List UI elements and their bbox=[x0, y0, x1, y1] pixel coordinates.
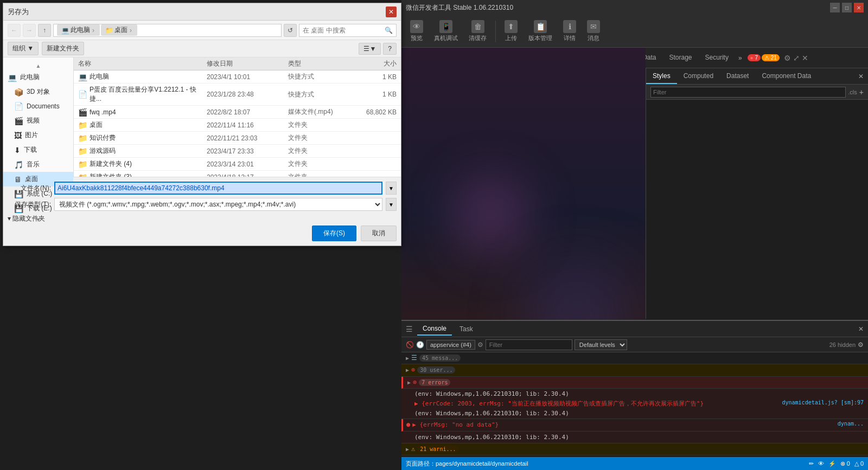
context-selector[interactable]: appservice (#4) bbox=[426, 340, 475, 350]
bolt-icon[interactable]: ⚡ bbox=[828, 460, 836, 467]
tab-component-data[interactable]: Component Data bbox=[755, 69, 818, 84]
sidebar-item-video[interactable]: 🎬 视频 bbox=[3, 113, 73, 128]
tab-dataset[interactable]: Dataset bbox=[720, 69, 755, 84]
error-source-link-2[interactable]: dynam... bbox=[838, 421, 864, 427]
minimize-button[interactable]: ─ bbox=[830, 3, 840, 12]
clear-cache-button[interactable]: 🗑 清缓存 bbox=[464, 18, 491, 44]
error-dot-icon: ● bbox=[406, 421, 410, 428]
file-list-row[interactable]: 📁 桌面 2022/11/4 11:16 文件夹 bbox=[74, 119, 401, 132]
breadcrumb-desktop[interactable]: 📁 桌面 › bbox=[101, 24, 137, 36]
console-menu-icon[interactable]: ☰ bbox=[406, 325, 413, 333]
file-size: 1 KB bbox=[353, 73, 397, 81]
col-header-name[interactable]: 名称 bbox=[78, 59, 207, 68]
styles-panel-close[interactable]: ✕ bbox=[854, 70, 868, 82]
console-row-messages[interactable]: ▶ ☰ 45 messa... bbox=[401, 352, 868, 364]
log-level-selector[interactable]: Default levels bbox=[575, 339, 627, 350]
save-button[interactable]: 保存(S) bbox=[312, 226, 356, 241]
new-folder-button[interactable]: 新建文件夹 bbox=[42, 42, 84, 55]
file-type: 快捷方式 bbox=[288, 72, 353, 81]
filter-input[interactable] bbox=[650, 87, 846, 98]
messages-button[interactable]: ✉ 消息 bbox=[583, 18, 604, 44]
console-clock-icon[interactable]: 🕐 bbox=[416, 341, 424, 349]
version-manage-button[interactable]: 📋 版本管理 bbox=[524, 18, 557, 44]
sidebar-item-downloads[interactable]: ⬇ 下载 bbox=[3, 143, 73, 157]
tab-styles[interactable]: Styles bbox=[646, 69, 677, 84]
context-settings-icon[interactable]: ⚙ bbox=[477, 341, 483, 349]
col-header-type[interactable]: 类型 bbox=[288, 59, 353, 68]
edit-icon[interactable]: ✏ bbox=[809, 460, 814, 467]
file-list-row[interactable]: 🎬 fwq .mp4 2022/8/2 18:07 媒体文件(.mp4) 68,… bbox=[74, 106, 401, 119]
nav-forward-button[interactable]: → bbox=[23, 24, 36, 37]
preview-button[interactable]: 👁 预览 bbox=[406, 18, 427, 44]
col-header-size[interactable]: 大小 bbox=[353, 59, 397, 68]
expand-icon-4[interactable]: ▶ bbox=[406, 445, 409, 452]
sidebar-item-pictures[interactable]: 🖼 图片 bbox=[3, 128, 73, 143]
expand-icon[interactable]: ▶ bbox=[406, 354, 409, 361]
console-clear-icon[interactable]: 🚫 bbox=[406, 341, 414, 349]
file-list-row[interactable]: 📁 新建文件夹 (3) 2023/4/18 13:17 文件夹 bbox=[74, 171, 401, 177]
bg-blur-circle-1 bbox=[450, 175, 532, 256]
add-style-icon[interactable]: + bbox=[859, 88, 864, 96]
view-mode-button[interactable]: ☰▼ bbox=[359, 43, 381, 55]
search-input[interactable] bbox=[303, 27, 385, 34]
tab-security[interactable]: Security bbox=[699, 49, 735, 67]
organize-button[interactable]: 组织 ▼ bbox=[8, 42, 39, 55]
refresh-button[interactable]: ↺ bbox=[284, 24, 297, 37]
dialog-nav-bar: ← → ↑ 💻 此电脑 › 📁 桌面 › ↺ 🔍 bbox=[3, 21, 401, 40]
sidebar-item-music[interactable]: 🎵 音乐 bbox=[3, 157, 73, 172]
details-button[interactable]: ℹ 详情 bbox=[559, 18, 580, 44]
console-row-7errors[interactable]: ▶ ⊗ 7 errors bbox=[401, 377, 868, 389]
device-debug-button[interactable]: 📱 真机调试 bbox=[430, 18, 462, 44]
filetype-select[interactable]: 视频文件 (*.ogm;*.wmv;*.mpg;*.webm;*.ogv;*.m… bbox=[54, 198, 382, 211]
cls-label: .cls bbox=[848, 89, 857, 95]
tab-task[interactable]: Task bbox=[454, 323, 478, 335]
hide-files-label[interactable]: ▾ 隐藏文件夹 bbox=[8, 214, 45, 223]
console-error-env-2: (env: Windows,mp,1.06.2210310; lib: 2.30… bbox=[401, 432, 868, 443]
file-list-row[interactable]: 📁 知识付费 2022/11/21 23:03 文件夹 bbox=[74, 132, 401, 145]
breadcrumb-computer[interactable]: 💻 此电脑 › bbox=[57, 24, 100, 36]
tab-computed[interactable]: Computed bbox=[677, 69, 720, 84]
maximize-button[interactable]: □ bbox=[842, 3, 852, 12]
sidebar-item-documents[interactable]: 📄 Documents bbox=[3, 99, 73, 113]
breadcrumb-desktop-label: 桌面 bbox=[114, 25, 127, 35]
dialog-close-button[interactable]: ✕ bbox=[386, 7, 397, 17]
expand-icon-3[interactable]: ▶ bbox=[407, 378, 411, 385]
help-button[interactable]: ? bbox=[383, 43, 397, 55]
tabs-more-button[interactable]: » bbox=[735, 50, 745, 66]
sidebar-item-3d[interactable]: 📦 3D 对象 bbox=[3, 85, 73, 99]
filename-dropdown-button[interactable]: ▼ bbox=[386, 182, 397, 195]
view-icon[interactable]: 👁 bbox=[818, 460, 824, 467]
error-badge: ● 7 bbox=[748, 54, 761, 61]
upload-button[interactable]: ⬆ 上传 bbox=[500, 18, 522, 44]
console-row-user[interactable]: ▶ ⊗ 30 user... bbox=[401, 364, 868, 376]
tab-console-panel[interactable]: Console bbox=[417, 323, 452, 336]
error-source-link[interactable]: dynamicdetail.js? [sm]:97 bbox=[782, 400, 864, 405]
sidebar-item-computer[interactable]: 💻 此电脑 bbox=[3, 70, 73, 85]
error-count-status: ⊗ 0 bbox=[840, 460, 850, 467]
file-list-row[interactable]: 💻 此电脑 2023/4/1 10:01 快捷方式 1 KB bbox=[74, 70, 401, 83]
settings-icon[interactable]: ⚙ bbox=[784, 54, 791, 62]
file-list-row[interactable]: 📄 P蛋皮 百度云批量分享V1.2212.1 - 快捷... 2023/1/28… bbox=[74, 83, 401, 106]
file-name: 知识付费 bbox=[90, 133, 207, 143]
clear-cache-icon: 🗑 bbox=[471, 20, 484, 33]
console-options-icon[interactable]: ⚙ bbox=[858, 341, 864, 349]
filetype-dropdown-button[interactable]: ▼ bbox=[386, 198, 397, 211]
console-filter-input[interactable] bbox=[486, 339, 572, 350]
filename-input[interactable] bbox=[54, 182, 382, 195]
nav-up-button[interactable]: ↑ bbox=[38, 24, 51, 37]
console-row-warnings[interactable]: ▶ ⚠ 21 warni... bbox=[401, 443, 868, 455]
expand-icon[interactable]: ⤢ bbox=[793, 54, 800, 62]
scroll-up-icon[interactable]: ▲ bbox=[36, 63, 41, 69]
console-close-icon[interactable]: ✕ bbox=[858, 325, 864, 333]
file-size: 1 KB bbox=[353, 91, 397, 98]
close-button[interactable]: ✕ bbox=[854, 3, 864, 12]
expand-icon-2[interactable]: ▶ bbox=[406, 366, 409, 373]
col-header-date[interactable]: 修改日期 bbox=[207, 59, 288, 68]
cancel-dialog-button[interactable]: 取消 bbox=[361, 226, 397, 241]
file-list-row[interactable]: 📁 新建文件夹 (4) 2023/3/14 23:01 文件夹 bbox=[74, 158, 401, 171]
close-devtools-icon[interactable]: ✕ bbox=[802, 54, 808, 62]
tab-storage[interactable]: Storage bbox=[663, 49, 699, 67]
file-list-row[interactable]: 📁 游戏源码 2023/4/17 23:33 文件夹 bbox=[74, 145, 401, 158]
nav-back-button[interactable]: ← bbox=[8, 24, 21, 37]
file-name: 新建文件夹 (3) bbox=[90, 172, 207, 177]
